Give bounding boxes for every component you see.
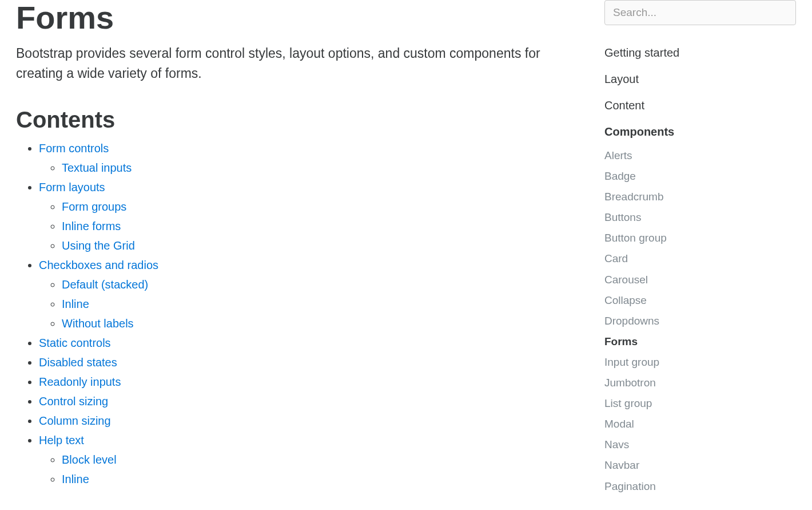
toc-item: Help textBlock levelInline (39, 430, 582, 489)
toc-link-disabled-states[interactable]: Disabled states (39, 356, 117, 369)
toc-link-without-labels[interactable]: Without labels (62, 317, 134, 330)
table-of-contents: Form controlsTextual inputsForm layoutsF… (16, 139, 582, 489)
nav-link-content[interactable]: Content (604, 94, 796, 117)
subnav-item: Modal (604, 414, 796, 434)
toc-item: Form layoutsForm groupsInline formsUsing… (39, 177, 582, 255)
subnav-link-card[interactable]: Card (604, 248, 796, 269)
toc-link-inline[interactable]: Inline (62, 473, 89, 485)
subnav-link-carousel[interactable]: Carousel (604, 270, 796, 290)
toc-item: Inline (62, 469, 582, 489)
toc-item: Using the Grid (62, 236, 582, 255)
subnav-item: Buttons (604, 207, 796, 228)
subnav-item: Alerts (604, 145, 796, 166)
toc-item: Inline (62, 294, 582, 314)
subnav-item: List group (604, 393, 796, 414)
subnav-link-badge[interactable]: Badge (604, 166, 796, 187)
subnav-item: Pagination (604, 476, 796, 497)
subnav-item: Badge (604, 166, 796, 187)
toc-link-default-stacked[interactable]: Default (stacked) (62, 278, 148, 291)
nav-section-components: ComponentsAlertsBadgeBreadcrumbButtonsBu… (604, 120, 796, 497)
subnav-item: Button group (604, 228, 796, 248)
nav-section-layout: Layout (604, 68, 796, 90)
subnav-item: Dropdowns (604, 311, 796, 331)
subnav-link-button-group[interactable]: Button group (604, 228, 796, 248)
toc-link-inline-forms[interactable]: Inline forms (62, 220, 121, 232)
toc-item: Static controls (39, 333, 582, 353)
subnav-link-dropdowns[interactable]: Dropdowns (604, 311, 796, 331)
nav-section-getting-started: Getting started (604, 41, 796, 64)
toc-link-form-layouts[interactable]: Form layouts (39, 181, 105, 193)
toc-item: Checkboxes and radiosDefault (stacked)In… (39, 255, 582, 333)
page-lead: Bootstrap provides several form control … (16, 44, 542, 84)
subnav-item: Card (604, 248, 796, 269)
toc-link-column-sizing[interactable]: Column sizing (39, 414, 111, 427)
subnav: AlertsBadgeBreadcrumbButtonsButton group… (604, 145, 796, 497)
subnav-link-jumbotron[interactable]: Jumbotron (604, 373, 796, 393)
main-content: Forms Bootstrap provides several form co… (16, 0, 604, 500)
subnav-link-pagination[interactable]: Pagination (604, 476, 796, 497)
subnav-item: Carousel (604, 270, 796, 290)
toc-link-block-level[interactable]: Block level (62, 453, 117, 466)
subnav-link-forms[interactable]: Forms (604, 331, 796, 352)
sidebar: Getting startedLayoutContentComponentsAl… (604, 0, 796, 500)
toc-item: Disabled states (39, 353, 582, 372)
subnav-item: Input group (604, 352, 796, 373)
nav-link-layout[interactable]: Layout (604, 68, 796, 90)
toc-item: Without labels (62, 314, 582, 333)
page-title: Forms (16, 0, 582, 35)
toc-item: Form groups (62, 197, 582, 216)
toc-link-textual-inputs[interactable]: Textual inputs (62, 161, 132, 174)
toc-link-help-text[interactable]: Help text (39, 434, 84, 446)
toc-link-static-controls[interactable]: Static controls (39, 337, 111, 349)
toc-link-checkboxes-and-radios[interactable]: Checkboxes and radios (39, 259, 158, 271)
sidebar-nav: Getting startedLayoutContentComponentsAl… (604, 41, 796, 497)
nav-link-getting-started[interactable]: Getting started (604, 41, 796, 64)
subnav-link-navbar[interactable]: Navbar (604, 455, 796, 476)
toc-link-using-the-grid[interactable]: Using the Grid (62, 239, 135, 252)
toc-item: Form controlsTextual inputs (39, 139, 582, 177)
toc-link-inline[interactable]: Inline (62, 298, 89, 310)
toc-item: Column sizing (39, 411, 582, 430)
subnav-link-list-group[interactable]: List group (604, 393, 796, 414)
toc-item: Readonly inputs (39, 372, 582, 392)
subnav-link-navs[interactable]: Navs (604, 434, 796, 455)
subnav-link-buttons[interactable]: Buttons (604, 207, 796, 228)
subnav-item: Navs (604, 434, 796, 455)
subnav-item: Forms (604, 331, 796, 352)
search-input[interactable] (604, 0, 796, 25)
subnav-link-alerts[interactable]: Alerts (604, 145, 796, 166)
subnav-item: Collapse (604, 290, 796, 311)
toc-item: Inline forms (62, 216, 582, 236)
subnav-link-modal[interactable]: Modal (604, 414, 796, 434)
nav-link-components[interactable]: Components (604, 120, 796, 143)
toc-link-form-groups[interactable]: Form groups (62, 200, 126, 213)
subnav-item: Breadcrumb (604, 187, 796, 207)
contents-heading: Contents (16, 107, 582, 133)
subnav-link-breadcrumb[interactable]: Breadcrumb (604, 187, 796, 207)
toc-item: Control sizing (39, 392, 582, 411)
toc-link-form-controls[interactable]: Form controls (39, 142, 109, 155)
subnav-link-input-group[interactable]: Input group (604, 352, 796, 373)
toc-link-readonly-inputs[interactable]: Readonly inputs (39, 375, 121, 388)
toc-item: Default (stacked) (62, 275, 582, 294)
subnav-item: Navbar (604, 455, 796, 476)
toc-item: Block level (62, 450, 582, 469)
subnav-item: Jumbotron (604, 373, 796, 393)
subnav-link-collapse[interactable]: Collapse (604, 290, 796, 311)
nav-section-content: Content (604, 94, 796, 117)
toc-item: Textual inputs (62, 158, 582, 177)
toc-link-control-sizing[interactable]: Control sizing (39, 395, 108, 408)
